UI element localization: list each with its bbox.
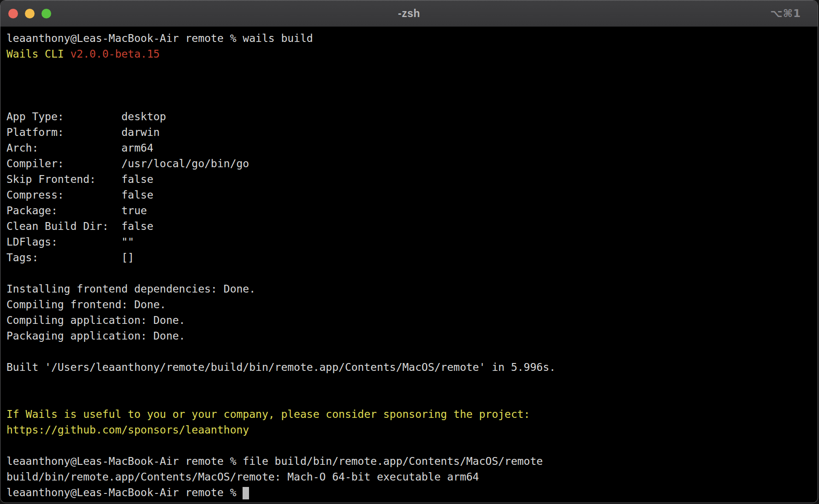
terminal-line: Compress: false bbox=[6, 187, 812, 203]
terminal-line bbox=[6, 375, 812, 391]
zoom-button[interactable] bbox=[42, 9, 51, 18]
terminal-text-segment: Compiling frontend: Done. bbox=[6, 299, 166, 311]
terminal-line: build/bin/remote.app/Contents/MacOS/remo… bbox=[6, 469, 812, 485]
terminal-line bbox=[6, 391, 812, 406]
terminal-text-segment: Compiling application: Done. bbox=[6, 314, 185, 326]
terminal-line: Package: true bbox=[6, 203, 812, 218]
terminal-text-segment: If Wails is useful to you or your compan… bbox=[6, 408, 530, 420]
terminal-text-segment: Wails CLI bbox=[6, 48, 70, 60]
terminal-line: Installing frontend dependencies: Done. bbox=[6, 281, 812, 297]
terminal-text-segment: Compress: false bbox=[6, 189, 154, 201]
terminal-line: Built '/Users/leaanthony/remote/build/bi… bbox=[6, 359, 812, 375]
window-shortcut-badge: ⌥⌘1 bbox=[770, 7, 801, 19]
terminal-text-segment: App Type: desktop bbox=[6, 111, 166, 123]
terminal-line: App Type: desktop bbox=[6, 109, 812, 124]
terminal-text-segment: https://github.com/sponsors/leaanthony bbox=[6, 424, 249, 436]
terminal-line bbox=[6, 62, 812, 77]
terminal-line: leaanthony@Leas-MacBook-Air remote % bbox=[6, 485, 812, 500]
traffic-lights bbox=[8, 0, 51, 26]
title-bar[interactable]: -zsh ⌥⌘1 bbox=[0, 0, 818, 27]
terminal-text-segment: Packaging application: Done. bbox=[6, 330, 185, 342]
text-cursor bbox=[243, 487, 249, 499]
terminal-line: leaanthony@Leas-MacBook-Air remote % fil… bbox=[6, 453, 812, 469]
terminal-text-segment: leaanthony@Leas-MacBook-Air remote % bbox=[6, 486, 243, 498]
terminal-text-segment: Arch: arm64 bbox=[6, 142, 154, 154]
terminal-output[interactable]: leaanthony@Leas-MacBook-Air remote % wai… bbox=[0, 27, 818, 500]
terminal-text-segment: v2.0.0-beta.15 bbox=[70, 48, 160, 60]
window-title: -zsh bbox=[398, 7, 420, 20]
close-button[interactable] bbox=[8, 9, 18, 18]
terminal-line bbox=[6, 93, 812, 109]
terminal-text-segment: leaanthony@Leas-MacBook-Air remote % wai… bbox=[6, 32, 313, 44]
terminal-line bbox=[6, 438, 812, 453]
terminal-line: If Wails is useful to you or your compan… bbox=[6, 406, 812, 422]
terminal-text-segment: Installing frontend dependencies: Done. bbox=[6, 283, 255, 295]
terminal-line: Compiling application: Done. bbox=[6, 312, 812, 328]
terminal-line: Compiling frontend: Done. bbox=[6, 297, 812, 312]
terminal-line: Skip Frontend: false bbox=[6, 171, 812, 187]
terminal-line: Arch: arm64 bbox=[6, 140, 812, 156]
terminal-text-segment: LDFlags: "" bbox=[6, 236, 134, 248]
terminal-line bbox=[6, 77, 812, 93]
terminal-text-segment: Tags: [] bbox=[6, 252, 134, 264]
minimize-button[interactable] bbox=[25, 9, 35, 18]
terminal-line: Clean Build Dir: false bbox=[6, 218, 812, 234]
terminal-window: -zsh ⌥⌘1 leaanthony@Leas-MacBook-Air rem… bbox=[0, 0, 818, 503]
terminal-text-segment: leaanthony@Leas-MacBook-Air remote % fil… bbox=[6, 455, 543, 467]
terminal-line: LDFlags: "" bbox=[6, 234, 812, 250]
terminal-line bbox=[6, 344, 812, 359]
terminal-text-segment: Built '/Users/leaanthony/remote/build/bi… bbox=[6, 361, 556, 373]
terminal-line: Platform: darwin bbox=[6, 124, 812, 140]
terminal-text-segment: Skip Frontend: false bbox=[6, 173, 154, 185]
terminal-line: Compiler: /usr/local/go/bin/go bbox=[6, 156, 812, 171]
terminal-line bbox=[6, 265, 812, 281]
terminal-line: Wails CLI v2.0.0-beta.15 bbox=[6, 46, 812, 62]
terminal-text-segment: Clean Build Dir: false bbox=[6, 220, 154, 232]
terminal-line: leaanthony@Leas-MacBook-Air remote % wai… bbox=[6, 30, 812, 46]
terminal-line: Tags: [] bbox=[6, 250, 812, 265]
terminal-text-segment: Compiler: /usr/local/go/bin/go bbox=[6, 158, 249, 170]
terminal-line: https://github.com/sponsors/leaanthony bbox=[6, 422, 812, 438]
terminal-text-segment: Package: true bbox=[6, 205, 147, 217]
terminal-text-segment: build/bin/remote.app/Contents/MacOS/remo… bbox=[6, 471, 479, 483]
terminal-text-segment: Platform: darwin bbox=[6, 126, 160, 138]
terminal-line: Packaging application: Done. bbox=[6, 328, 812, 344]
